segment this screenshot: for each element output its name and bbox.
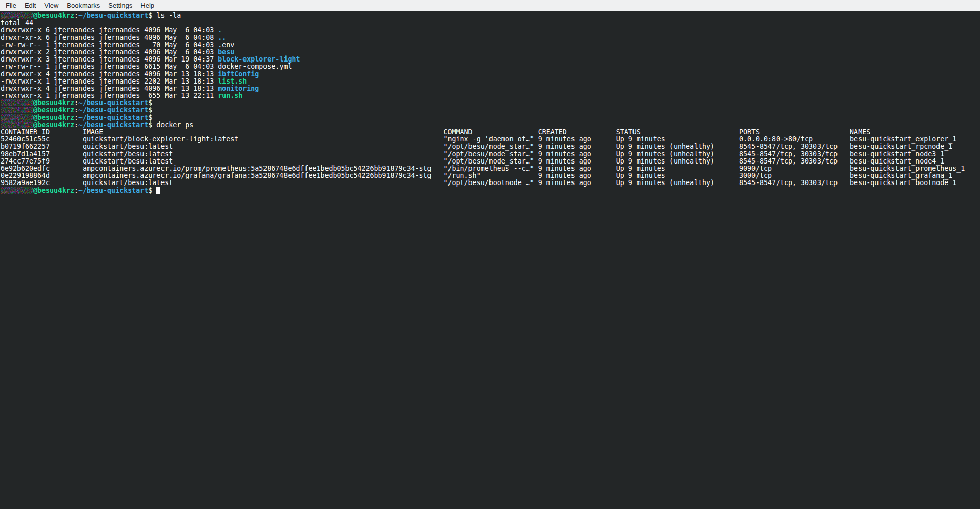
ls-row-meta: drwxrwxr-x 4 jfernandes jfernandes 4096 … — [1, 85, 218, 92]
docker-row-text: 0e229198864d ampcontainers.azurecr.io/gr… — [1, 172, 952, 179]
menu-item-bookmarks[interactable]: Bookmarks — [63, 1, 104, 10]
menu-item-settings[interactable]: Settings — [104, 1, 136, 10]
prompt-symbol: $ — [148, 12, 152, 19]
prompt-host: @besuu4krz — [33, 187, 74, 194]
redacted-username — [1, 107, 33, 113]
prompt-line: @besuu4krz:~/besu-quickstart$ — [1, 187, 980, 194]
ls-row-meta: drwxrwxr-x 4 jfernandes jfernandes 4096 … — [1, 70, 218, 78]
menu-item-help[interactable]: Help — [136, 1, 158, 10]
ls-row: -rwxrwxr-x 1 jfernandes jfernandes 655 M… — [1, 92, 980, 99]
ls-row: -rwxrwxr-x 1 jfernandes jfernandes 2202 … — [1, 78, 980, 85]
ls-row-meta: drwxrwxr-x 2 jfernandes jfernandes 4096 … — [1, 48, 218, 56]
prompt-symbol: $ — [148, 187, 152, 194]
ls-row-filename: docker-compose.yml — [218, 63, 292, 70]
prompt-path: ~/besu-quickstart — [78, 114, 148, 121]
command-text: docker ps — [152, 121, 193, 129]
ls-row: drwxrwxr-x 4 jfernandes jfernandes 4096 … — [1, 71, 980, 78]
ls-row: -rw-rw-r-- 1 jfernandes jfernandes 6615 … — [1, 63, 980, 70]
prompt-line: @besuu4krz:~/besu-quickstart$ — [1, 107, 980, 114]
terminal-text — [152, 187, 156, 194]
docker-row: 52460c51c55c quickstart/block-explorer-l… — [1, 136, 980, 143]
ls-total: total 44 — [1, 19, 33, 27]
command-text: ls -la — [152, 12, 181, 19]
menu-item-file[interactable]: File — [2, 1, 21, 10]
prompt-line: @besuu4krz:~/besu-quickstart$ docker ps — [1, 121, 980, 129]
redacted-username — [1, 187, 33, 194]
ls-row: drwxr-xr-x 6 jfernandes jfernandes 4096 … — [1, 34, 980, 42]
prompt-separator: : — [74, 121, 78, 129]
ls-row-meta: -rwxrwxr-x 1 jfernandes jfernandes 2202 … — [1, 77, 218, 85]
docker-row: 9582a9ae192c quickstart/besu:latest "/op… — [1, 179, 980, 187]
prompt-path: ~/besu-quickstart — [78, 106, 148, 114]
ls-row-meta: -rw-rw-r-- 1 jfernandes jfernandes 70 Ma… — [1, 41, 218, 49]
ls-row: drwxrwxr-x 6 jfernandes jfernandes 4096 … — [1, 27, 980, 34]
ls-row-meta: drwxr-xr-x 6 jfernandes jfernandes 4096 … — [1, 34, 218, 42]
prompt-host: @besuu4krz — [33, 106, 74, 114]
docker-row: 6e92b620edfc ampcontainers.azurecr.io/pr… — [1, 165, 980, 172]
prompt-host: @besuu4krz — [33, 99, 74, 107]
prompt-line: @besuu4krz:~/besu-quickstart$ ls -la — [1, 12, 980, 19]
ls-row: drwxrwxr-x 3 jfernandes jfernandes 4096 … — [1, 56, 980, 63]
ls-row: drwxrwxr-x 4 jfernandes jfernandes 4096 … — [1, 85, 980, 92]
ls-row-filename: run.sh — [218, 92, 242, 99]
ls-row-meta: drwxrwxr-x 3 jfernandes jfernandes 4096 … — [1, 55, 218, 63]
ls-row-filename: .env — [218, 41, 234, 49]
docker-row: 274cc77e75f9 quickstart/besu:latest "/op… — [1, 158, 980, 165]
ls-row-filename: block-explorer-light — [218, 55, 300, 63]
docker-header-row: CONTAINER ID IMAGE COMMAND CREATED STATU… — [1, 129, 980, 136]
prompt-symbol: $ — [148, 114, 152, 121]
prompt-line: @besuu4krz:~/besu-quickstart$ — [1, 99, 980, 107]
prompt-host: @besuu4krz — [33, 121, 74, 129]
terminal-screen[interactable]: @besuu4krz:~/besu-quickstart$ ls -latota… — [0, 11, 980, 194]
terminal-cursor — [156, 187, 160, 194]
docker-row: 0e229198864d ampcontainers.azurecr.io/gr… — [1, 172, 980, 179]
docker-header-text: CONTAINER ID IMAGE COMMAND CREATED STATU… — [1, 128, 870, 136]
docker-row-text: 98eb7d1a4157 quickstart/besu:latest "/op… — [1, 150, 944, 158]
ls-row: -rw-rw-r-- 1 jfernandes jfernandes 70 Ma… — [1, 42, 980, 49]
prompt-line: @besuu4krz:~/besu-quickstart$ — [1, 114, 980, 121]
menu-item-view[interactable]: View — [40, 1, 63, 10]
prompt-symbol: $ — [148, 121, 152, 129]
prompt-path: ~/besu-quickstart — [78, 12, 148, 19]
ls-row-filename: list.sh — [218, 77, 247, 85]
ls-row-filename: monitoring — [218, 85, 259, 92]
ls-row-filename: ibftConfig — [218, 70, 259, 78]
prompt-path: ~/besu-quickstart — [78, 121, 148, 129]
docker-row-text: 52460c51c55c quickstart/block-explorer-l… — [1, 135, 956, 143]
prompt-host: @besuu4krz — [33, 12, 74, 19]
ls-row-meta: -rwxrwxr-x 1 jfernandes jfernandes 655 M… — [1, 92, 218, 99]
docker-row: 98eb7d1a4157 quickstart/besu:latest "/op… — [1, 151, 980, 158]
ls-row: drwxrwxr-x 2 jfernandes jfernandes 4096 … — [1, 49, 980, 56]
docker-row-text: 9582a9ae192c quickstart/besu:latest "/op… — [1, 179, 956, 187]
prompt-separator: : — [74, 187, 78, 194]
ls-row-meta: -rw-rw-r-- 1 jfernandes jfernandes 6615 … — [1, 63, 218, 70]
prompt-host: @besuu4krz — [33, 114, 74, 121]
menu-bar: FileEditViewBookmarksSettingsHelp — [0, 0, 980, 11]
docker-row-text: 6e92b620edfc ampcontainers.azurecr.io/pr… — [1, 165, 965, 172]
ls-row-meta: drwxrwxr-x 6 jfernandes jfernandes 4096 … — [1, 26, 218, 34]
redacted-username — [1, 121, 33, 128]
prompt-path: ~/besu-quickstart — [78, 99, 148, 107]
prompt-path: ~/besu-quickstart — [78, 187, 148, 194]
prompt-separator: : — [74, 106, 78, 114]
menu-item-edit[interactable]: Edit — [21, 1, 40, 10]
redacted-username — [1, 12, 33, 19]
docker-row-text: b0719f662257 quickstart/besu:latest "/op… — [1, 142, 952, 150]
redacted-username — [1, 99, 33, 106]
docker-row: b0719f662257 quickstart/besu:latest "/op… — [1, 143, 980, 150]
ls-total-line: total 44 — [1, 19, 980, 27]
prompt-separator: : — [74, 99, 78, 107]
redacted-username — [1, 114, 33, 121]
prompt-symbol: $ — [148, 99, 152, 107]
docker-row-text: 274cc77e75f9 quickstart/besu:latest "/op… — [1, 157, 944, 165]
ls-row-filename: . — [218, 26, 222, 34]
prompt-separator: : — [74, 114, 78, 121]
ls-row-filename: besu — [218, 48, 234, 56]
ls-row-filename: .. — [218, 34, 226, 42]
prompt-symbol: $ — [148, 106, 152, 114]
prompt-separator: : — [74, 12, 78, 19]
